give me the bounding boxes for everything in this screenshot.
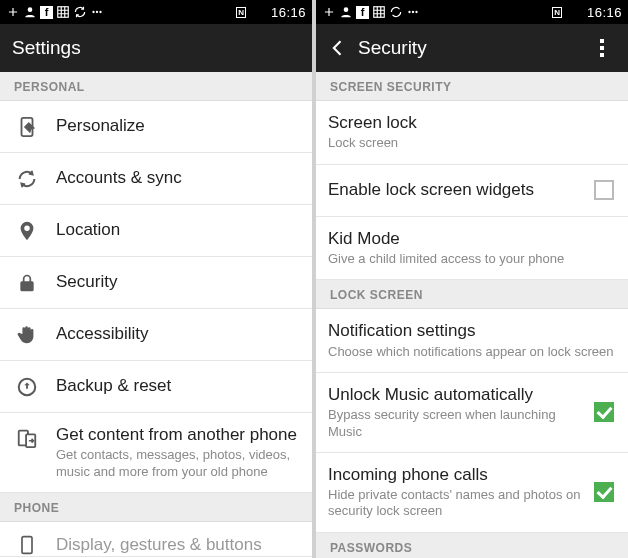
facebook-icon: f [40, 6, 53, 19]
row-label: Notification settings [328, 321, 614, 341]
row-sub: Choose which notifications appear on loc… [328, 344, 614, 360]
row-label: Display, gestures & buttons [56, 535, 298, 555]
section-personal: PERSONAL [0, 72, 312, 101]
page-title: Security [358, 37, 588, 59]
checkbox-unlock-music[interactable] [594, 402, 614, 422]
row-accounts[interactable]: Accounts & sync [0, 153, 312, 205]
row-notification-settings[interactable]: Notification settings Choose which notif… [316, 309, 628, 373]
row-sub: Bypass security screen when launching Mu… [328, 407, 584, 440]
security-list[interactable]: SCREEN SECURITY Screen lock Lock screen … [316, 72, 628, 558]
row-incoming-calls[interactable]: Incoming phone calls Hide private contac… [316, 453, 628, 533]
status-bar: f N 16:16 [0, 0, 312, 24]
row-accessibility[interactable]: Accessibility [0, 309, 312, 361]
sync-icon [389, 5, 403, 19]
sync-icon [73, 5, 87, 19]
grid-icon [372, 5, 386, 19]
row-kid-mode[interactable]: Kid Mode Give a child limited access to … [316, 217, 628, 281]
status-bar: f N 16:16 [316, 0, 628, 24]
app-bar: Settings [0, 24, 312, 72]
row-sub: Lock screen [328, 135, 614, 151]
row-enable-widgets[interactable]: Enable lock screen widgets [316, 165, 628, 217]
svg-point-3 [96, 11, 98, 13]
row-unlock-music[interactable]: Unlock Music automatically Bypass securi… [316, 373, 628, 453]
row-label: Kid Mode [328, 229, 614, 249]
row-label: Get content from another phone [56, 425, 298, 445]
svg-rect-1 [58, 7, 69, 18]
row-label: Location [56, 220, 298, 240]
hand-icon [12, 324, 42, 346]
row-personalize[interactable]: Personalize [0, 101, 312, 153]
grid-icon [56, 5, 70, 19]
row-label: Screen lock [328, 113, 614, 133]
lock-icon [12, 272, 42, 294]
settings-list[interactable]: PERSONAL Personalize Accounts & sync Loc… [0, 72, 312, 558]
svg-rect-16 [374, 7, 385, 18]
row-display[interactable]: Display, gestures & buttons [0, 522, 312, 557]
svg-rect-10 [21, 282, 33, 290]
row-label: Unlock Music automatically [328, 385, 584, 405]
page-title: Settings [12, 37, 300, 59]
svg-point-18 [412, 11, 414, 13]
row-sub: Get contacts, messages, photos, videos, … [56, 447, 298, 480]
row-label: Backup & reset [56, 376, 298, 396]
sync-icon [12, 168, 42, 190]
person-icon [23, 5, 37, 19]
checkbox-enable-widgets[interactable] [594, 180, 614, 200]
backup-icon [12, 376, 42, 398]
row-label: Personalize [56, 116, 298, 136]
location-icon [12, 220, 42, 242]
section-phone: PHONE [0, 493, 312, 522]
dots-icon [406, 5, 420, 19]
svg-point-17 [408, 11, 410, 13]
settings-screen: f N 16:16 Settings PERSONAL [0, 0, 312, 558]
back-button[interactable] [328, 38, 348, 58]
row-security[interactable]: Security [0, 257, 312, 309]
checkbox-incoming-calls[interactable] [594, 482, 614, 502]
dots-icon [90, 5, 104, 19]
clock: 16:16 [587, 5, 622, 20]
person-icon [339, 5, 353, 19]
clock: 16:16 [271, 5, 306, 20]
row-sub: Hide private contacts' names and photos … [328, 487, 584, 520]
row-label: Accessibility [56, 324, 298, 344]
svg-rect-14 [22, 537, 32, 554]
row-location[interactable]: Location [0, 205, 312, 257]
section-screen-security: SCREEN SECURITY [316, 72, 628, 101]
row-label: Accounts & sync [56, 168, 298, 188]
row-label: Enable lock screen widgets [328, 180, 584, 200]
app-bar: Security [316, 24, 628, 72]
row-label: Incoming phone calls [328, 465, 584, 485]
section-lock-screen: LOCK SCREEN [316, 280, 628, 309]
personalize-icon [12, 116, 42, 138]
nfc-icon: N [552, 7, 562, 18]
section-passwords: PASSWORDS [316, 533, 628, 558]
row-get-content[interactable]: Get content from another phone Get conta… [0, 413, 312, 493]
facebook-icon: f [356, 6, 369, 19]
svg-point-19 [415, 11, 417, 13]
svg-point-0 [28, 7, 33, 12]
plus-icon [322, 5, 336, 19]
svg-point-2 [92, 11, 94, 13]
plus-icon [6, 5, 20, 19]
overflow-menu-button[interactable] [588, 39, 616, 57]
security-screen: f N 16:16 Security [316, 0, 628, 558]
row-screen-lock[interactable]: Screen lock Lock screen [316, 101, 628, 165]
svg-point-15 [344, 7, 349, 12]
svg-point-4 [99, 11, 101, 13]
nfc-icon: N [236, 7, 246, 18]
row-backup[interactable]: Backup & reset [0, 361, 312, 413]
transfer-icon [12, 427, 42, 449]
phone-icon [12, 534, 42, 556]
row-sub: Give a child limited access to your phon… [328, 251, 614, 267]
row-label: Security [56, 272, 298, 292]
